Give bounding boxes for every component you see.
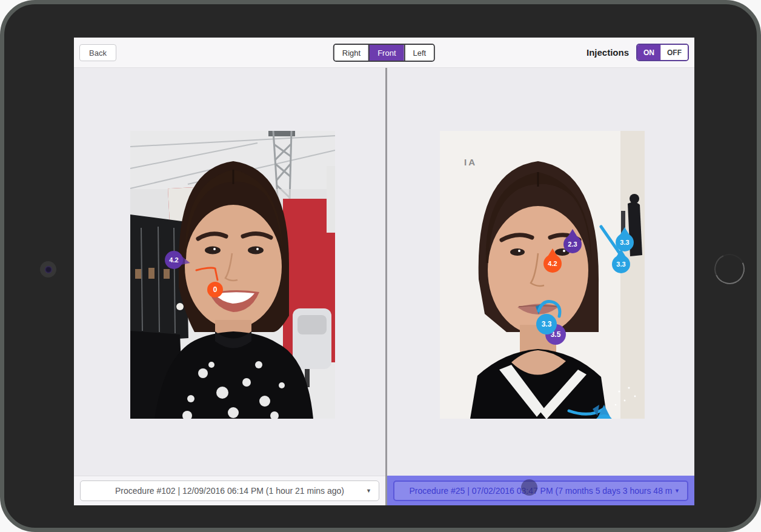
patient-photo-left[interactable]: PROFESSIONAL WAX KITS — [130, 131, 335, 419]
back-button[interactable]: Back — [79, 44, 116, 61]
touch-indicator — [521, 479, 537, 496]
right-procedure-dropdown-value: Procedure #25 | 07/02/2016 03:47 PM (7 m… — [409, 486, 672, 496]
right-procedure-dropdown[interactable]: Procedure #25 | 07/02/2016 03:47 PM (7 m… — [393, 480, 688, 501]
tab-right-view[interactable]: Right — [334, 45, 368, 61]
left-procedure-bar: Procedure #102 | 12/09/2016 06:14 PM (1 … — [74, 476, 385, 505]
photo-scene-left: PROFESSIONAL WAX KITS — [130, 131, 335, 419]
home-button-ring — [710, 250, 749, 288]
tab-front-view[interactable]: Front — [368, 45, 404, 61]
photo-scene-right: IA — [440, 131, 645, 419]
camera-lens-icon — [45, 266, 52, 273]
injections-label: Injections — [587, 47, 629, 58]
left-procedure-panel: PROFESSIONAL WAX KITS — [74, 68, 385, 505]
injections-off-button[interactable]: OFF — [660, 45, 688, 60]
booth-sign-text: IA — [464, 157, 477, 167]
top-toolbar: Back Right Front Left Injections ON OFF — [74, 38, 694, 68]
injection-marker[interactable]: 0 — [207, 282, 223, 298]
dropdown-caret-icon: ▼ — [366, 488, 371, 494]
app-screen: Back Right Front Left Injections ON OFF — [74, 38, 694, 505]
tablet-bezel: Back Right Front Left Injections ON OFF — [0, 0, 761, 532]
injection-marker[interactable]: 4.2 — [543, 254, 562, 273]
injection-marker[interactable]: 4.2 — [165, 251, 183, 269]
dropdown-caret-icon: ▼ — [674, 488, 680, 494]
tab-left-view[interactable]: Left — [404, 45, 434, 61]
injections-toggle-group: Injections ON OFF — [587, 44, 689, 61]
right-procedure-bar: Procedure #25 | 07/02/2016 03:47 PM (7 m… — [387, 476, 694, 505]
right-procedure-panel: IA — [387, 68, 694, 505]
injections-on-button[interactable]: ON — [637, 45, 660, 60]
injection-marker[interactable]: 3.3 — [612, 255, 630, 273]
screenshot-stage: Back Right Front Left Injections ON OFF — [0, 0, 761, 532]
left-procedure-dropdown-value: Procedure #102 | 12/09/2016 06:14 PM (1 … — [115, 486, 344, 496]
patient-photo-right[interactable]: IA — [440, 131, 645, 419]
left-procedure-dropdown[interactable]: Procedure #102 | 12/09/2016 06:14 PM (1 … — [80, 480, 379, 501]
injections-on-off-toggle: ON OFF — [636, 44, 689, 61]
comparison-panels: PROFESSIONAL WAX KITS — [74, 68, 694, 505]
front-camera — [40, 261, 56, 278]
injection-marker[interactable]: 2.3 — [563, 235, 582, 253]
injection-marker[interactable]: 3.3 — [536, 314, 557, 334]
view-angle-segmented-control: Right Front Left — [333, 44, 435, 62]
